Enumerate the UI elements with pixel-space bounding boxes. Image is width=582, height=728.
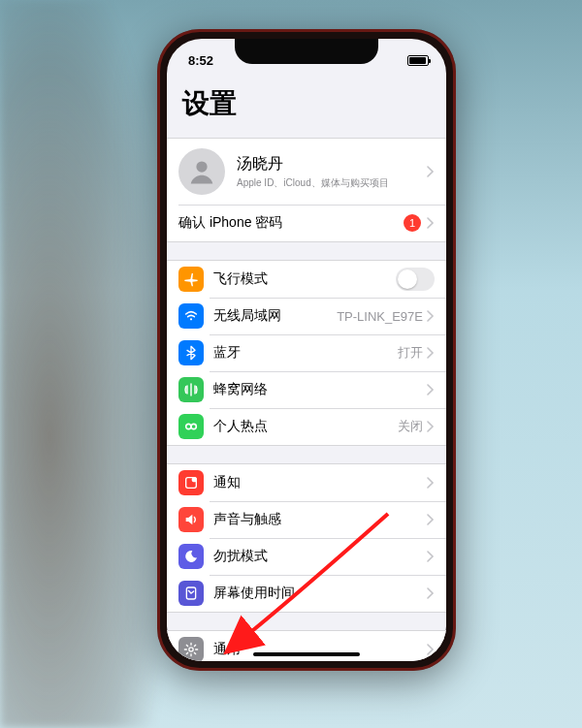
profile-group: 汤晓丹 Apple ID、iCloud、媒体与购买项目 确认 iPhone 密码… xyxy=(167,138,446,242)
gear-icon xyxy=(178,637,204,661)
status-time: 8:52 xyxy=(188,53,213,68)
wifi-value: TP-LINK_E97E xyxy=(337,309,423,324)
chevron-icon xyxy=(427,587,435,599)
page-header: 设置 xyxy=(167,78,446,128)
hotspot-icon xyxy=(178,414,204,439)
bluetooth-row[interactable]: 蓝牙 打开 xyxy=(167,334,446,371)
svg-point-11 xyxy=(189,648,193,651)
hotspot-label: 个人热点 xyxy=(213,418,398,435)
sounds-row[interactable]: 声音与触感 xyxy=(167,501,446,538)
dnd-row[interactable]: 勿扰模式 xyxy=(167,538,446,575)
chevron-icon xyxy=(427,384,435,396)
airplane-icon xyxy=(178,267,204,292)
sounds-icon xyxy=(178,507,204,532)
notifications-icon xyxy=(178,470,204,495)
chevron-icon xyxy=(427,347,435,359)
chevron-icon xyxy=(427,514,435,525)
profile-subtitle: Apple ID、iCloud、媒体与购买项目 xyxy=(237,176,427,190)
status-right xyxy=(400,55,429,66)
wifi-row[interactable]: 无线局域网 TP-LINK_E97E xyxy=(167,298,446,334)
chevron-icon xyxy=(427,477,435,489)
confirm-password-row[interactable]: 确认 iPhone 密码 1 xyxy=(167,205,446,241)
screentime-label: 屏幕使用时间 xyxy=(213,585,427,602)
page-title: 设置 xyxy=(182,85,431,122)
notifications-row[interactable]: 通知 xyxy=(167,464,446,501)
profile-name: 汤晓丹 xyxy=(237,154,427,174)
wifi-label: 无线局域网 xyxy=(213,307,337,325)
svg-point-7 xyxy=(191,424,196,428)
bt-label: 蓝牙 xyxy=(213,344,398,362)
chevron-icon xyxy=(427,644,435,655)
airplane-label: 飞行模式 xyxy=(213,270,396,288)
confirm-label: 确认 iPhone 密码 xyxy=(178,214,404,232)
settings-scroll[interactable]: 设置 汤晓丹 Apple ID、iCloud、媒体与购买项目 确认 iPhone… xyxy=(167,74,446,661)
chevron-icon xyxy=(427,551,435,562)
wifi-settings-icon xyxy=(178,303,204,329)
chevron-icon xyxy=(427,310,435,322)
chevron-icon xyxy=(427,217,435,229)
phone-frame: 8:52 设置 xyxy=(157,29,456,671)
apple-id-row[interactable]: 汤晓丹 Apple ID、iCloud、媒体与购买项目 xyxy=(167,139,446,205)
svg-point-9 xyxy=(192,477,197,482)
chevron-icon xyxy=(427,166,435,177)
general-row[interactable]: 通用 xyxy=(167,631,446,661)
screen: 8:52 设置 xyxy=(167,39,446,661)
alerts-group: 通知 声音与触感 勿扰模式 xyxy=(167,463,446,613)
battery-icon xyxy=(407,55,429,66)
home-indicator[interactable] xyxy=(253,652,360,656)
dnd-icon xyxy=(178,544,204,569)
notch xyxy=(235,39,378,64)
svg-point-5 xyxy=(190,318,192,320)
svg-point-6 xyxy=(186,424,191,428)
svg-point-4 xyxy=(196,161,207,172)
airplane-toggle[interactable] xyxy=(396,268,435,291)
hotspot-value: 关闭 xyxy=(398,418,423,435)
network-group: 飞行模式 无线局域网 TP-LINK_E97E 蓝牙 打开 xyxy=(167,260,446,446)
screentime-icon xyxy=(178,581,204,606)
avatar xyxy=(178,148,225,195)
cell-label: 蜂窝网络 xyxy=(213,381,427,398)
bt-value: 打开 xyxy=(398,344,423,362)
sound-label: 声音与触感 xyxy=(213,511,427,528)
dnd-label: 勿扰模式 xyxy=(213,548,427,565)
bluetooth-icon xyxy=(178,340,204,365)
hotspot-row[interactable]: 个人热点 关闭 xyxy=(167,408,446,445)
cellular-row[interactable]: 蜂窝网络 xyxy=(167,371,446,408)
airplane-mode-row[interactable]: 飞行模式 xyxy=(167,261,446,298)
notification-badge: 1 xyxy=(404,214,421,232)
chevron-icon xyxy=(427,421,435,432)
notif-label: 通知 xyxy=(213,474,427,491)
screentime-row[interactable]: 屏幕使用时间 xyxy=(167,575,446,612)
cellular-settings-icon xyxy=(178,377,204,402)
general-group: 通用 控制中心 A 显示与亮度 xyxy=(167,630,446,661)
